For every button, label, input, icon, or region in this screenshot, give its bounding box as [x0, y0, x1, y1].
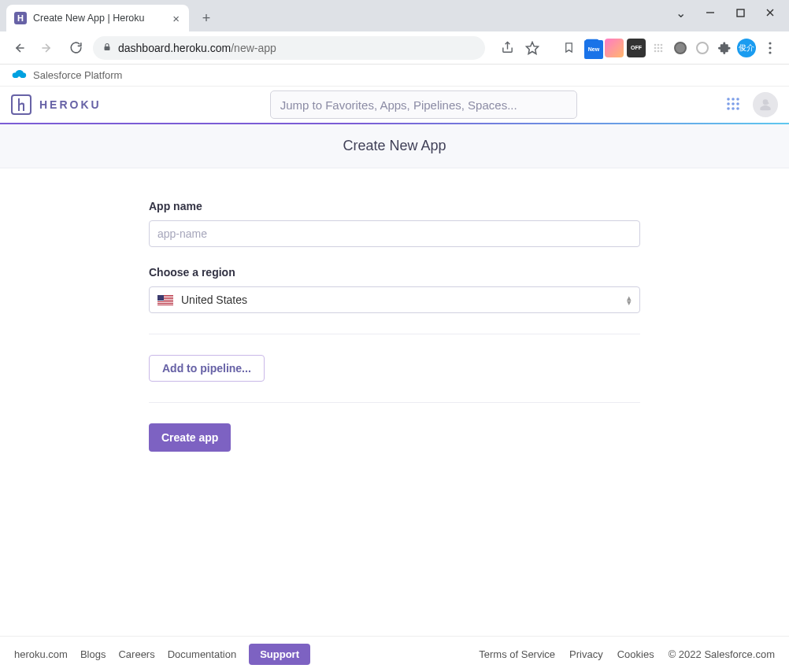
- support-button[interactable]: Support: [249, 644, 310, 665]
- svg-point-32: [727, 107, 730, 110]
- svg-point-27: [732, 98, 735, 101]
- divider: [149, 334, 640, 334]
- browser-tab[interactable]: H Create New App | Heroku ×: [6, 5, 189, 31]
- footer-link-careers[interactable]: Careers: [118, 648, 154, 660]
- extension-new-icon[interactable]: New: [583, 39, 602, 57]
- salesforce-cloud-icon: [11, 68, 27, 82]
- kebab-menu-icon[interactable]: [759, 37, 781, 59]
- region-label: Choose a region: [149, 266, 640, 279]
- svg-rect-1: [737, 9, 744, 17]
- svg-rect-6: [105, 46, 110, 50]
- svg-point-33: [732, 107, 735, 110]
- add-to-pipeline-button[interactable]: Add to pipeline...: [149, 355, 265, 382]
- toolbar-right: New OFF 俊介: [496, 37, 781, 59]
- footer-link-heroku[interactable]: heroku.com: [14, 648, 68, 660]
- maximize-button[interactable]: [726, 3, 754, 22]
- heroku-logo-mark: [11, 94, 31, 115]
- svg-point-19: [769, 42, 771, 44]
- create-app-button[interactable]: Create app: [149, 423, 231, 452]
- svg-point-30: [732, 102, 735, 105]
- salesforce-bar: Salesforce Platform: [0, 65, 789, 87]
- share-icon[interactable]: [496, 37, 518, 59]
- app-launcher-icon[interactable]: [726, 97, 740, 113]
- svg-point-16: [654, 50, 657, 52]
- svg-point-17: [658, 50, 660, 52]
- heroku-logo[interactable]: HEROKU: [11, 94, 102, 115]
- main-content: App name Choose a region United States ▴…: [0, 168, 789, 636]
- close-window-button[interactable]: [756, 3, 784, 22]
- browser-chrome: H Create New App | Heroku × + ⌄: [0, 0, 789, 65]
- extension-dots-icon[interactable]: [649, 39, 668, 57]
- footer-link-cookies[interactable]: Cookies: [617, 648, 654, 660]
- footer-link-terms[interactable]: Terms of Service: [479, 648, 555, 660]
- extension-gradient-icon[interactable]: [605, 39, 624, 57]
- footer-link-documentation[interactable]: Documentation: [168, 648, 236, 660]
- address-bar[interactable]: dashboard.heroku.com/new-app: [93, 36, 485, 60]
- svg-marker-8: [527, 42, 539, 54]
- window-controls: ⌄: [666, 3, 784, 22]
- back-button[interactable]: [8, 37, 30, 59]
- svg-point-12: [661, 43, 663, 46]
- svg-point-18: [661, 50, 663, 52]
- svg-point-13: [654, 46, 657, 49]
- tab-title: Create New App | Heroku: [33, 13, 165, 24]
- svg-point-10: [654, 43, 657, 46]
- svg-point-28: [736, 98, 739, 101]
- bookmark-icon[interactable]: [557, 37, 580, 59]
- app-name-label: App name: [149, 200, 640, 212]
- footer-link-privacy[interactable]: Privacy: [569, 648, 603, 660]
- reload-button[interactable]: [65, 37, 87, 59]
- extensions-puzzle-icon[interactable]: [715, 39, 734, 57]
- chevron-down-icon[interactable]: ⌄: [666, 3, 695, 22]
- extension-circle-filled-icon[interactable]: [671, 39, 690, 57]
- footer-link-blogs[interactable]: Blogs: [80, 648, 106, 660]
- page-title-bar: Create New App: [0, 124, 789, 168]
- global-search-input[interactable]: [270, 90, 577, 119]
- svg-point-14: [658, 46, 660, 49]
- svg-point-11: [658, 43, 660, 46]
- divider: [149, 402, 640, 403]
- page-title: Create New App: [343, 138, 446, 154]
- region-selected-value: United States: [181, 294, 247, 306]
- footer-copyright: © 2022 Salesforce.com: [669, 648, 775, 660]
- svg-point-34: [736, 107, 739, 110]
- forward-button[interactable]: [36, 37, 58, 59]
- extension-circle-outline-icon[interactable]: [693, 39, 712, 57]
- footer: heroku.com Blogs Careers Documentation S…: [0, 636, 789, 672]
- extension-off-icon[interactable]: OFF: [627, 39, 646, 57]
- svg-point-24: [20, 72, 26, 78]
- profile-avatar[interactable]: 俊介: [737, 39, 756, 57]
- heroku-header: HEROKU: [0, 87, 789, 124]
- heroku-logo-text: HEROKU: [39, 98, 102, 111]
- lock-icon: [102, 42, 112, 54]
- svg-point-31: [736, 102, 739, 105]
- close-tab-icon[interactable]: ×: [171, 12, 181, 25]
- star-icon[interactable]: [521, 37, 543, 59]
- salesforce-label: Salesforce Platform: [33, 69, 122, 81]
- svg-point-26: [727, 98, 730, 101]
- minimize-button[interactable]: [696, 3, 724, 22]
- account-avatar[interactable]: [753, 92, 778, 117]
- heroku-favicon: H: [14, 12, 27, 24]
- region-select[interactable]: United States ▴▾: [149, 286, 640, 313]
- browser-titlebar: H Create New App | Heroku × + ⌄: [0, 0, 789, 31]
- app-name-input[interactable]: [149, 220, 640, 247]
- svg-point-15: [661, 46, 663, 49]
- chevron-sort-icon: ▴▾: [627, 295, 632, 305]
- svg-point-29: [727, 102, 730, 105]
- new-tab-button[interactable]: +: [195, 7, 217, 29]
- browser-toolbar: dashboard.heroku.com/new-app New OFF: [0, 31, 789, 65]
- url-text: dashboard.heroku.com/new-app: [118, 42, 276, 54]
- svg-point-21: [769, 51, 771, 54]
- us-flag-icon: [157, 295, 173, 305]
- svg-point-20: [769, 46, 771, 49]
